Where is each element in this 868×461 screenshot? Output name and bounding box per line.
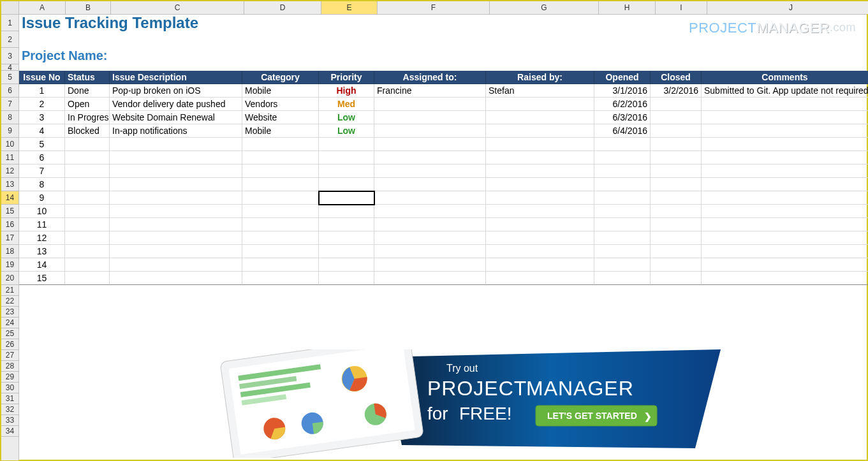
row-header-30[interactable]: 30 [1, 383, 18, 393]
cell-G14[interactable] [486, 191, 594, 205]
cell[interactable] [594, 285, 651, 296]
cell-C7[interactable]: Vendor delivery date pushed [110, 98, 242, 111]
cell-D6[interactable]: Mobile [242, 84, 319, 98]
row-header-16[interactable]: 16 [1, 218, 18, 231]
cell-C12[interactable] [110, 165, 242, 178]
column-header-C[interactable]: C [111, 1, 244, 14]
row-header-7[interactable]: 7 [1, 98, 18, 111]
cell-J14[interactable] [702, 191, 868, 205]
cell[interactable] [594, 296, 651, 307]
cell[interactable] [486, 328, 594, 339]
select-all-corner[interactable] [1, 1, 19, 14]
cell[interactable] [19, 328, 65, 339]
cell[interactable] [486, 350, 594, 361]
cell-B13[interactable] [65, 178, 110, 191]
cell[interactable] [242, 285, 319, 296]
cell-E15[interactable] [319, 205, 374, 218]
cell-G8[interactable] [486, 111, 594, 124]
cell[interactable] [486, 307, 594, 318]
cell-G11[interactable] [486, 151, 594, 165]
cell-A7[interactable]: 2 [19, 98, 65, 111]
cell[interactable] [374, 426, 486, 437]
cell[interactable] [110, 328, 242, 339]
cell-G13[interactable] [486, 178, 594, 191]
cell-F8[interactable] [374, 111, 486, 124]
cell[interactable] [319, 361, 374, 372]
cell-G15[interactable] [486, 205, 594, 218]
row-header-10[interactable]: 10 [1, 138, 18, 151]
cell[interactable] [702, 318, 868, 328]
row-header-24[interactable]: 24 [1, 318, 18, 328]
cell-D18[interactable] [242, 245, 319, 258]
cell[interactable] [594, 426, 651, 437]
row-header-34[interactable]: 34 [1, 426, 18, 437]
cell[interactable] [374, 318, 486, 328]
cell-G20[interactable] [486, 272, 594, 285]
cell[interactable] [319, 393, 374, 404]
cell-H9[interactable]: 6/4/2016 [594, 124, 651, 138]
cell[interactable] [594, 361, 651, 372]
row-header-19[interactable]: 19 [1, 258, 18, 272]
cell[interactable] [374, 404, 486, 415]
cell[interactable] [374, 361, 486, 372]
cell[interactable] [110, 361, 242, 372]
cell[interactable] [594, 339, 651, 350]
cell-B20[interactable] [65, 272, 110, 285]
row-header-4[interactable]: 4 [1, 64, 18, 71]
cell[interactable] [19, 296, 65, 307]
cell[interactable] [702, 296, 868, 307]
cell-B19[interactable] [65, 258, 110, 272]
cell-D17[interactable] [242, 231, 319, 245]
cell[interactable] [702, 285, 868, 296]
cell[interactable] [651, 415, 702, 426]
cell[interactable] [486, 393, 594, 404]
cell-E16[interactable] [319, 218, 374, 231]
cell-D10[interactable] [242, 138, 319, 151]
cell[interactable] [486, 339, 594, 350]
cell[interactable] [374, 383, 486, 393]
cell-I16[interactable] [651, 218, 702, 231]
cell-F6[interactable]: Francine [374, 84, 486, 98]
cell[interactable] [110, 307, 242, 318]
cell[interactable] [486, 404, 594, 415]
cell-B7[interactable]: Open [65, 98, 110, 111]
cell-D9[interactable]: Mobile [242, 124, 319, 138]
cell[interactable] [594, 404, 651, 415]
cell[interactable] [651, 426, 702, 437]
cell-D8[interactable]: Website [242, 111, 319, 124]
cell-J6[interactable]: Submitted to Git. App update not require… [702, 84, 868, 98]
cell-E7[interactable]: Med [319, 98, 374, 111]
cell-C19[interactable] [110, 258, 242, 272]
cell[interactable] [242, 318, 319, 328]
cell-C9[interactable]: In-app notifications [110, 124, 242, 138]
cell-A19[interactable]: 14 [19, 258, 65, 272]
cell-B18[interactable] [65, 245, 110, 258]
row-header-33[interactable]: 33 [1, 415, 18, 426]
cell[interactable] [242, 350, 319, 361]
row-header-13[interactable]: 13 [1, 178, 18, 191]
cell-A11[interactable]: 6 [19, 151, 65, 165]
cell[interactable] [374, 350, 486, 361]
cell-J11[interactable] [702, 151, 868, 165]
cell[interactable] [65, 328, 110, 339]
cell[interactable] [486, 426, 594, 437]
cell-B8[interactable]: In Progress [65, 111, 110, 124]
cell[interactable] [486, 285, 594, 296]
cell-I9[interactable] [651, 124, 702, 138]
cell-H19[interactable] [594, 258, 651, 272]
cell[interactable] [65, 361, 110, 372]
cell[interactable] [110, 296, 242, 307]
column-header-F[interactable]: F [378, 1, 490, 14]
cell-F18[interactable] [374, 245, 486, 258]
cell[interactable] [319, 372, 374, 383]
cell[interactable] [110, 415, 242, 426]
cell-E10[interactable] [319, 138, 374, 151]
cell[interactable] [594, 318, 651, 328]
row-header-18[interactable]: 18 [1, 245, 18, 258]
cell[interactable] [110, 350, 242, 361]
cell-H17[interactable] [594, 231, 651, 245]
cell-G12[interactable] [486, 165, 594, 178]
cell-J20[interactable] [702, 272, 868, 285]
cell-B10[interactable] [65, 138, 110, 151]
cell[interactable] [319, 426, 374, 437]
